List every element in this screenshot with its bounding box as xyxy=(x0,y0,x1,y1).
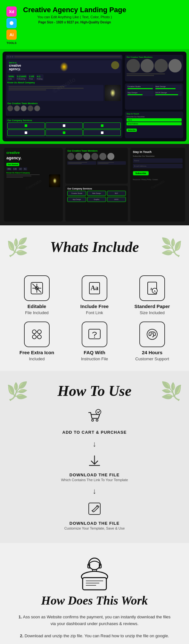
agency-screen-card: creative agency. Get Started 300k 3.2K 2… xyxy=(4,148,63,222)
tools-label: TOOLS xyxy=(7,41,17,45)
figma-icon xyxy=(6,18,17,28)
svg-point-0 xyxy=(10,21,13,25)
svg-point-14 xyxy=(32,335,36,339)
work-step-1: 1. Ass soon as Website confirms the paym… xyxy=(10,614,179,627)
how-to-use-title: How To Use xyxy=(29,384,160,398)
arrow-down-2: ↓ xyxy=(6,487,183,496)
ai-icon: Ai xyxy=(6,29,17,40)
svg-point-30 xyxy=(89,558,100,570)
paper-icon-box: Aa A xyxy=(139,275,165,301)
font-sublabel: Font Link xyxy=(86,310,103,315)
svg-point-12 xyxy=(32,330,36,334)
leaf-right-icon: 🌿 xyxy=(160,238,183,256)
leaf-how-left: 🌿 xyxy=(6,381,29,402)
preview-main-col: we're acreativeagency. 300kLike 3.21685F… xyxy=(6,55,122,138)
faq-label: FAQ With xyxy=(84,350,105,355)
how-work-section: How Does This Work 1. Ass soon as Websit… xyxy=(0,543,189,644)
leaf-decoration-top: 🌿 Whats Include 🌿 xyxy=(6,235,183,259)
step-download-title: DOWNLOAD THE FILE xyxy=(70,473,119,477)
cart-icon xyxy=(86,408,103,427)
svg-point-15 xyxy=(37,335,41,339)
person-icon xyxy=(10,553,179,592)
team-services-col: Our Creative Team Members xyxy=(65,148,127,222)
include-editable: Editable File Included xyxy=(10,275,64,315)
svg-point-26 xyxy=(96,419,98,421)
preview-section-top: we're acreativeagency. 300kLike 3.21685F… xyxy=(0,49,189,144)
header-section: Xd Ai TOOLS Creative Agency Landing Page… xyxy=(0,0,189,49)
dark-preview-row: creative agency. Get Started 300k 3.2K 2… xyxy=(4,148,185,222)
include-font: Aa Include Free Font Link xyxy=(67,275,122,315)
preview-team-screen: Our Creative Team Members xyxy=(125,55,183,81)
header-subtitle: You can Edit Anything Like ( Text, Color… xyxy=(23,15,126,19)
include-icon-set: Free Extra Icon Included xyxy=(10,322,64,361)
preview-side-col: Our Creative Team Members Creative xyxy=(125,55,183,138)
include-support: 24 24 Hours Customer Support xyxy=(125,322,179,361)
how-to-use-section: 🌿 How To Use 🌿 ADD TO CART & PURCHASE ↓ xyxy=(0,371,189,543)
preview-skills-screen: Creative Studio Web Design App Design xyxy=(125,83,183,110)
faq-sublabel: Instruction File xyxy=(81,356,108,361)
include-grid: Editable File Included Aa Include Free F… xyxy=(0,269,189,371)
step-cart-title: ADD TO CART & PURCHASE xyxy=(62,430,127,435)
step-cart: ADD TO CART & PURCHASE xyxy=(6,408,183,435)
support-icon-box: 24 xyxy=(139,322,165,347)
contact-panel: Stay In Touch Subscribe Our Newsletter N… xyxy=(130,148,185,222)
xd-icon: Xd xyxy=(6,6,17,17)
include-faq: FAQ With Instruction File xyxy=(67,322,122,361)
step-customize-subtitle: Customize Your Template, Save & Use xyxy=(64,526,125,530)
step-download: DOWNLOAD THE FILE Which Contains The Lin… xyxy=(6,453,183,482)
editable-sublabel: File Included xyxy=(25,310,49,315)
svg-point-21 xyxy=(94,337,95,338)
include-paper: Aa A Standerd Paper Size Included xyxy=(125,275,179,315)
whats-include-section: 🌿 Whats Include 🌿 xyxy=(0,225,189,269)
svg-point-27 xyxy=(96,409,101,414)
icon-set-label: Free Extra Icon xyxy=(20,350,54,355)
step-customize-title: DOWNLOAD THE FILE xyxy=(70,521,119,526)
preview-main-screen: we're acreativeagency. 300kLike 3.21685F… xyxy=(6,55,122,116)
section-title-whats: Whats Include xyxy=(29,237,160,258)
support-label: 24 Hours xyxy=(142,350,162,355)
how-work-title: How Does This Work xyxy=(10,594,179,607)
work-step-2-text: Download and unzip the zip file. You can… xyxy=(25,633,169,638)
paper-label: Standerd Paper xyxy=(135,304,170,309)
customize-icon xyxy=(86,500,103,518)
editable-icon-box xyxy=(24,275,50,301)
editable-label: Editable xyxy=(28,304,46,309)
svg-text:Aa: Aa xyxy=(91,284,98,291)
arrow-down-1: ↓ xyxy=(6,439,183,448)
header-meta: Page Size - 1920 x 9227 px. High-Quality… xyxy=(23,21,126,24)
services-panel: Our Company Services Creative Studio Web… xyxy=(65,186,127,222)
page-title: Creative Agency Landing Page xyxy=(23,6,126,14)
svg-rect-31 xyxy=(83,578,106,590)
download-icon xyxy=(87,453,102,470)
support-sublabel: Customer Support xyxy=(135,356,169,361)
step-customize: DOWNLOAD THE FILE Customize Your Templat… xyxy=(6,500,183,530)
work-step-2: 2. Download and unzip the zip file. You … xyxy=(10,633,179,640)
how-title-wrap: How To Use xyxy=(29,381,160,402)
svg-text:24: 24 xyxy=(151,332,154,335)
leaf-decoration-how: 🌿 How To Use 🌿 xyxy=(6,379,183,403)
icon-set-box xyxy=(24,322,50,347)
leaf-how-right: 🌿 xyxy=(160,381,183,402)
tools-column: Xd Ai TOOLS xyxy=(6,6,17,45)
preview-inner: we're acreativeagency. 300kLike 3.21685F… xyxy=(3,52,186,141)
svg-point-25 xyxy=(92,419,94,421)
font-icon-box: Aa xyxy=(82,275,107,301)
leaf-left-icon: 🌿 xyxy=(6,238,29,256)
header-text-block: Creative Agency Landing Page You can Edi… xyxy=(20,6,126,24)
faq-icon-box xyxy=(82,322,107,347)
team-panel: Our Creative Team Members xyxy=(65,148,127,184)
preview-contact-screen: Stay In Touch Subscribe Our Newsletter N… xyxy=(125,112,183,138)
svg-point-13 xyxy=(37,330,41,334)
svg-text:A: A xyxy=(154,289,156,293)
preview-section-dark: creative agency. Get Started 300k 3.2K 2… xyxy=(0,144,189,225)
icon-set-sublabel: Included xyxy=(29,356,45,361)
step-download-subtitle: Which Contains The Link To Your Template xyxy=(61,478,128,482)
work-step-1-text: Ass soon as Website confirms the payment… xyxy=(23,615,170,626)
preview-services-screen: Our Company Services xyxy=(6,118,122,138)
font-label: Include Free xyxy=(80,304,109,309)
paper-sublabel: Size Included xyxy=(140,310,165,315)
